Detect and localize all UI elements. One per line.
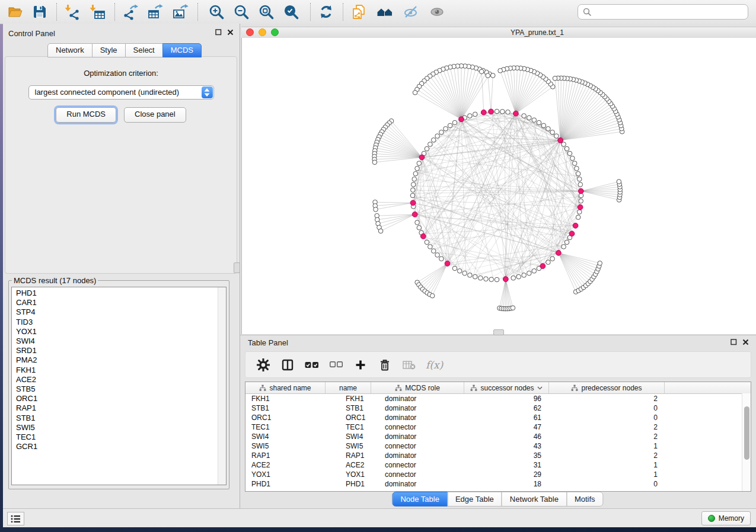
mcds-result-item[interactable]: YOX1 xyxy=(12,327,218,336)
horizontal-splitter-handle[interactable] xyxy=(493,329,504,335)
memory-button[interactable]: Memory xyxy=(701,511,751,525)
export-table-button[interactable] xyxy=(145,2,165,22)
tab-select[interactable]: Select xyxy=(125,43,163,57)
import-network-button[interactable] xyxy=(62,2,82,22)
column-header[interactable]: name xyxy=(326,382,371,393)
network-canvas[interactable] xyxy=(241,38,756,334)
search-field[interactable] xyxy=(578,4,748,20)
tab-edge-table[interactable]: Edge Table xyxy=(447,492,502,507)
mcds-result-item[interactable]: STB5 xyxy=(12,384,218,394)
minimize-window-button[interactable] xyxy=(259,28,266,36)
apply-layout-button[interactable] xyxy=(316,2,336,22)
column-header[interactable]: successor nodes xyxy=(464,382,549,393)
mcds-result-item[interactable]: SRD1 xyxy=(12,346,218,355)
close-panel-icon[interactable] xyxy=(742,339,749,345)
show-all-button[interactable] xyxy=(427,2,447,22)
close-window-button[interactable] xyxy=(246,28,254,36)
vertical-splitter-handle[interactable] xyxy=(234,262,240,273)
mcds-result-item[interactable]: GCR1 xyxy=(12,442,218,451)
float-panel-icon[interactable] xyxy=(215,29,222,36)
tab-mcds[interactable]: MCDS xyxy=(162,43,202,57)
criterion-select[interactable]: largest connected component (undirected) xyxy=(28,85,214,100)
search-input[interactable] xyxy=(595,7,748,17)
mcds-result-item[interactable]: STP4 xyxy=(12,307,218,317)
mcds-result-item[interactable]: TID3 xyxy=(12,318,218,327)
column-header[interactable]: shared name xyxy=(245,382,326,393)
import-table-button[interactable] xyxy=(87,2,107,22)
first-neighbors-button[interactable] xyxy=(375,2,395,22)
network-node xyxy=(511,306,515,310)
mcds-result-item[interactable]: TEC1 xyxy=(12,432,218,442)
table-row[interactable]: ORC1ORC1dominator610 xyxy=(245,413,751,422)
mcds-result-item[interactable]: PMA2 xyxy=(12,355,218,365)
network-node xyxy=(417,226,422,230)
delete-columns-button[interactable] xyxy=(377,357,393,373)
mcds-network-node xyxy=(412,212,417,217)
table-row[interactable]: STB1STB1dominator620 xyxy=(245,403,751,413)
zoom-fit-button[interactable] xyxy=(256,2,276,22)
select-all-columns-button[interactable] xyxy=(304,357,320,373)
open-file-button[interactable] xyxy=(5,2,25,22)
table-scrollbar-thumb[interactable] xyxy=(744,406,749,460)
export-network-button[interactable] xyxy=(120,2,141,22)
save-session-button[interactable] xyxy=(30,2,50,22)
zoom-out-button[interactable] xyxy=(231,2,251,22)
network-node xyxy=(506,110,511,114)
mcds-result-item[interactable]: SWI4 xyxy=(12,336,218,346)
mcds-result-item[interactable]: ACE2 xyxy=(12,375,218,384)
table-row[interactable]: ACE2ACE2connector311 xyxy=(245,460,751,470)
table-row[interactable]: SWI4SWI4dominator462 xyxy=(245,432,751,441)
table-row[interactable]: PHD1PHD1dominator180 xyxy=(245,479,751,489)
table-row[interactable]: YOX1YOX1connector291 xyxy=(245,470,751,479)
table-row[interactable]: TEC1TEC1connector472 xyxy=(245,422,751,432)
hide-selected-button[interactable] xyxy=(401,2,421,22)
gear-icon xyxy=(257,358,270,371)
network-node xyxy=(617,180,621,184)
show-column-button[interactable] xyxy=(280,357,295,373)
network-node xyxy=(372,160,377,165)
task-history-button[interactable] xyxy=(7,512,24,525)
network-window-titlebar[interactable]: YPA_prune.txt_1 xyxy=(241,27,756,39)
table-row[interactable]: FKH1FKH1dominator962 xyxy=(245,394,751,403)
mcds-result-title: MCDS result (17 nodes) xyxy=(12,276,98,285)
mcds-result-item[interactable]: FKH1 xyxy=(12,366,218,375)
tab-node-table[interactable]: Node Table xyxy=(392,492,448,507)
mcds-result-item[interactable]: CAR1 xyxy=(12,298,218,307)
column-header[interactable]: MCDS role xyxy=(371,382,464,393)
mcds-result-item[interactable]: SWI5 xyxy=(12,423,218,432)
zoom-in-button[interactable] xyxy=(206,2,227,22)
network-node xyxy=(575,166,579,171)
tab-network[interactable]: Network xyxy=(47,43,92,57)
duplicate-network-button[interactable] xyxy=(349,2,369,22)
mcds-list-scrollbar[interactable] xyxy=(218,287,226,485)
mcds-result-item[interactable]: ORC1 xyxy=(12,394,218,403)
float-panel-icon[interactable] xyxy=(731,339,737,345)
network-node xyxy=(498,68,503,73)
table-cell: dominator xyxy=(371,432,464,441)
mcds-network-node xyxy=(578,204,583,210)
table-row[interactable]: SWI5SWI5connector431 xyxy=(245,441,751,451)
mcds-result-item[interactable]: RAP1 xyxy=(12,403,218,413)
table-settings-button[interactable] xyxy=(256,357,271,373)
create-column-button[interactable] xyxy=(353,357,368,373)
close-panel-icon[interactable] xyxy=(227,29,234,36)
close-panel-button[interactable]: Close panel xyxy=(124,107,186,123)
tab-style[interactable]: Style xyxy=(92,43,126,57)
table-cell: ORC1 xyxy=(326,414,371,422)
network-node xyxy=(578,182,583,187)
network-graph[interactable] xyxy=(242,38,756,334)
unselect-all-columns-button[interactable] xyxy=(328,357,344,373)
mcds-result-item[interactable]: STB1 xyxy=(12,414,218,423)
save-icon xyxy=(31,4,48,20)
run-mcds-button[interactable]: Run MCDS xyxy=(56,107,116,123)
export-image-button[interactable] xyxy=(170,2,190,22)
table-scrollbar-track[interactable] xyxy=(742,393,751,491)
tab-network-table[interactable]: Network Table xyxy=(502,492,567,507)
tab-motifs[interactable]: Motifs xyxy=(566,492,604,507)
maximize-window-button[interactable] xyxy=(271,28,279,36)
mcds-result-item[interactable]: PHD1 xyxy=(12,289,218,298)
table-row[interactable]: RAP1RAP1dominator352 xyxy=(245,451,751,460)
zoom-selected-button[interactable] xyxy=(281,2,301,22)
column-header[interactable]: predecessor nodes xyxy=(549,382,665,393)
table-cell: STB1 xyxy=(326,404,371,412)
